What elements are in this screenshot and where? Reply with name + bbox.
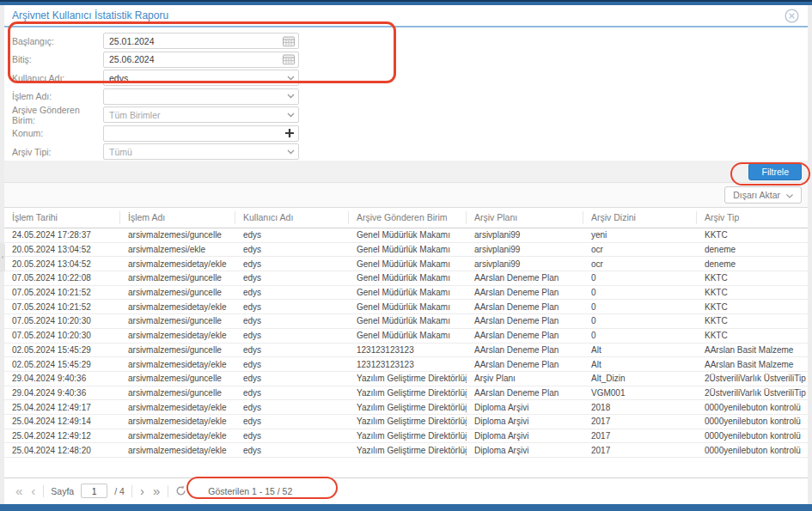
end-date-value: 25.06.2024 <box>109 54 155 64</box>
table-cell: 0 <box>583 302 697 312</box>
table-cell: Alt_Dizin <box>583 374 697 383</box>
table-cell: arsivmalzemesi/guncelle <box>120 230 235 240</box>
table-cell: AArslan Deneme Plan <box>467 388 583 398</box>
field-row-bitis: Bitiş: 25.06.2024 <box>12 52 808 68</box>
chevron-down-icon[interactable] <box>287 149 295 155</box>
table-row[interactable]: 07.05.2024 10:21:52arsivmalzemesidetay/e… <box>4 300 808 314</box>
table-cell: arsivmalzemesi/guncelle <box>120 288 235 297</box>
divider <box>168 485 168 497</box>
table-cell: Yazılım Geliştirme Direktörlüğü <box>349 431 467 441</box>
gonderen-birim-label: Arşive Gönderen Birim: <box>12 105 103 125</box>
calendar-icon[interactable] <box>283 35 295 46</box>
table-row[interactable]: 20.05.2024 13:04:52arsivmalzemesi/ekleed… <box>4 243 808 258</box>
sending-unit-select[interactable]: Tüm Birimler <box>103 106 299 123</box>
table-cell: 07.05.2024 10:22:08 <box>4 273 120 283</box>
table-cell: edys <box>235 331 349 340</box>
table-row[interactable]: 29.04.2024 9:40:36arsivmalzemesi/guncell… <box>4 386 808 401</box>
column-header-islem-tarihi[interactable]: İşlem Tarihi <box>4 211 120 224</box>
column-header-gonderen-birim[interactable]: Arşive Gönderen Birim <box>349 211 467 224</box>
column-header-islem-adi[interactable]: İşlem Adı <box>120 211 235 224</box>
table-row[interactable]: 20.05.2024 13:04:52arsivmalzemesidetay/e… <box>4 257 808 271</box>
report-window: Arşivnet Kullanıcı İstatistik Raporu Baş… <box>4 5 808 504</box>
table-cell: AArslan Deneme Plan <box>467 316 583 325</box>
table-cell: arsivmalzemesi/guncelle <box>120 388 235 398</box>
table-row[interactable]: 07.05.2024 10:21:52arsivmalzemesi/guncel… <box>4 286 808 301</box>
table-cell: edys <box>235 288 349 297</box>
table-cell: Diploma Arşivi <box>467 446 583 455</box>
table-row[interactable]: 25.04.2024 12:49:17arsivmalzemesidetay/e… <box>4 400 808 415</box>
first-page-button[interactable]: « <box>15 484 23 497</box>
table-cell: edys <box>235 403 349 412</box>
archive-type-select[interactable]: Tümü <box>103 143 299 160</box>
chevron-down-icon[interactable] <box>287 76 295 81</box>
table-cell: arsivmalzemesi/guncelle <box>120 374 235 383</box>
location-field[interactable] <box>103 125 299 142</box>
table-row[interactable]: 24.05.2024 17:28:37arsivmalzemesi/guncel… <box>4 228 808 243</box>
table-cell: KKTC <box>697 288 808 297</box>
close-icon[interactable] <box>785 9 799 23</box>
table-cell: yeni <box>583 230 697 240</box>
table-cell: Arşiv Planı <box>467 374 583 383</box>
table-cell: Genel Müdürlük Makamı <box>349 316 467 325</box>
table-row[interactable]: 07.05.2024 10:22:08arsivmalzemesi/guncel… <box>4 271 808 286</box>
column-header-kullanici-adi[interactable]: Kullanıcı Adı <box>235 211 349 224</box>
table-cell: AArslan Deneme Plan <box>467 302 583 312</box>
table-cell: Yazılım Geliştirme Direktörlüğü <box>349 446 467 455</box>
start-date-field[interactable]: 25.01.2024 <box>103 33 299 49</box>
table-row[interactable]: 25.04.2024 12:48:20arsivmalzemesidetay/e… <box>4 443 808 458</box>
table-cell: 29.04.2024 9:40:36 <box>4 374 120 383</box>
operation-select[interactable] <box>103 88 299 105</box>
kullanici-adi-label: Kullanıcı Adı: <box>12 73 103 83</box>
table-cell: 123123123123 <box>349 360 467 369</box>
export-button[interactable]: Dışarı Aktar <box>724 186 802 204</box>
table-cell: edys <box>235 259 349 269</box>
table-cell: 2ÜstveriliVarlık ÜstveriliTip <box>697 388 808 398</box>
table-cell: edys <box>235 388 349 398</box>
table-row[interactable]: 25.04.2024 12:49:14arsivmalzemesidetay/e… <box>4 415 808 429</box>
archive-type-value: Tümü <box>109 147 132 157</box>
table-cell: 0000yenilebuton kontrolü <box>697 403 808 412</box>
table-cell: Alt <box>583 345 697 355</box>
table-cell: arsivmalzemesidetay/ekle <box>120 417 235 426</box>
table-cell: 2017 <box>583 446 697 455</box>
refresh-icon[interactable] <box>175 485 186 496</box>
table-cell: AArslan Deneme Plan <box>467 360 583 369</box>
collapse-handle-icon[interactable]: ‹ <box>0 243 5 272</box>
table-row[interactable]: 25.04.2024 12:49:12arsivmalzemesidetay/e… <box>4 429 808 444</box>
last-page-button[interactable]: » <box>152 484 161 497</box>
table-cell: AArslan Deneme Plan <box>467 331 583 340</box>
column-header-arsiv-plani[interactable]: Arşiv Planı <box>467 211 583 224</box>
table-cell: arsivmalzemesidetay/ekle <box>120 431 235 441</box>
table-cell: arsivmalzemesidetay/ekle <box>120 360 235 369</box>
prev-page-button[interactable]: ‹ <box>30 484 36 497</box>
table-cell: deneme <box>697 245 808 254</box>
table-cell: arsivmalzemesi/guncelle <box>120 316 235 325</box>
table-row[interactable]: 02.05.2024 15:45:29arsivmalzemesidetay/e… <box>4 357 808 372</box>
table-row[interactable]: 07.05.2024 10:20:30arsivmalzemesidetay/e… <box>4 329 808 344</box>
username-select[interactable]: edys <box>103 70 299 86</box>
filter-button[interactable]: Filtrele <box>748 163 802 180</box>
table-cell: edys <box>235 360 349 369</box>
konum-label: Konum: <box>12 128 103 138</box>
column-header-arsiv-tip[interactable]: Arşiv Tip <box>697 211 808 224</box>
table-cell: 0 <box>583 273 697 283</box>
page-label: Sayfa <box>51 486 74 496</box>
page-number-input[interactable] <box>81 484 107 498</box>
divider <box>43 485 44 497</box>
table-cell: arsivmalzemesi/guncelle <box>120 345 235 355</box>
end-date-field[interactable]: 25.06.2024 <box>103 52 299 68</box>
table-cell: 0 <box>583 316 697 325</box>
chevron-down-icon[interactable] <box>287 113 295 118</box>
plus-icon[interactable] <box>284 128 295 138</box>
table-cell: edys <box>235 446 349 455</box>
chevron-down-icon[interactable] <box>287 94 295 99</box>
column-header-arsiv-dizini[interactable]: Arşiv Dizini <box>583 211 697 224</box>
table-cell: 0000yenilebuton kontrolü <box>697 431 808 441</box>
next-page-button[interactable]: › <box>139 484 145 497</box>
calendar-icon[interactable] <box>283 54 295 65</box>
table-row[interactable]: 29.04.2024 9:40:36arsivmalzemesi/guncell… <box>4 372 808 386</box>
table-row[interactable]: 07.05.2024 10:20:30arsivmalzemesi/guncel… <box>4 314 808 329</box>
table-row[interactable]: 02.05.2024 15:45:29arsivmalzemesi/guncel… <box>4 344 808 358</box>
app-frame: Arşivnet Kullanıcı İstatistik Raporu Baş… <box>0 0 812 511</box>
table-cell: 07.05.2024 10:20:30 <box>4 316 120 325</box>
